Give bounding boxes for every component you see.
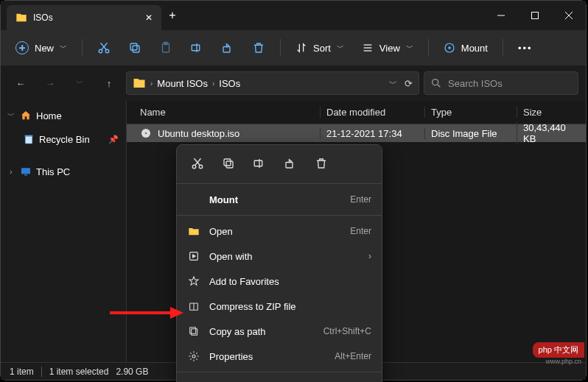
ctx-share-button[interactable]	[277, 152, 304, 174]
svg-rect-12	[192, 45, 200, 51]
sidebar-item-recycle[interactable]: Recycle Bin 📌	[1, 127, 126, 151]
folder-icon	[15, 12, 27, 24]
share-button[interactable]	[214, 35, 242, 60]
ctx-rename-button[interactable]	[246, 152, 273, 174]
watermark-text: php 中文网	[533, 342, 584, 358]
status-count: 1 item	[10, 367, 34, 377]
copy-path-icon	[187, 325, 200, 337]
chevron-down-icon[interactable]: ﹀	[389, 78, 397, 89]
breadcrumb-item[interactable]: Mount ISOs	[157, 78, 208, 89]
titlebar: ISOs ✕ +	[1, 1, 586, 30]
svg-line-31	[195, 158, 200, 165]
svg-rect-32	[226, 161, 233, 168]
chevron-down-icon[interactable]: ﹀	[7, 110, 15, 121]
forward-button[interactable]: →	[38, 71, 63, 96]
delete-button[interactable]	[245, 35, 273, 60]
plus-icon	[15, 41, 29, 54]
ctx-open[interactable]: Open Enter	[177, 219, 382, 244]
copy-button[interactable]	[121, 35, 149, 60]
svg-point-20	[433, 79, 438, 85]
ctx-mount[interactable]: Mount Enter	[177, 187, 382, 212]
search-icon	[430, 77, 442, 89]
mount-label: Mount	[461, 43, 488, 54]
file-row[interactable]: Ubuntu desktop.iso 21-12-2021 17:34 Disc…	[127, 124, 586, 142]
sidebar: ﹀ Home Recycle Bin 📌 › This PC	[1, 101, 126, 362]
window-controls	[484, 1, 586, 30]
svg-rect-24	[21, 168, 30, 174]
svg-point-29	[199, 165, 203, 169]
svg-rect-33	[224, 159, 231, 166]
minimize-button[interactable]	[484, 1, 518, 30]
svg-line-6	[102, 43, 108, 49]
close-window-button[interactable]	[552, 1, 586, 30]
sort-button[interactable]: Sort ﹀	[288, 35, 351, 60]
ctx-delete-button[interactable]	[308, 152, 335, 174]
folder-icon	[133, 77, 146, 90]
chevron-down-icon: ﹀	[60, 43, 67, 53]
view-button[interactable]: View ﹀	[354, 35, 421, 60]
address-bar[interactable]: › Mount ISOs › ISOs ﹀ ⟳	[126, 71, 419, 95]
ctx-compress-zip[interactable]: Compress to ZIP file	[177, 294, 382, 319]
up-button[interactable]: ↑	[97, 71, 122, 96]
paste-button[interactable]	[152, 35, 180, 60]
tab-title: ISOs	[33, 13, 139, 23]
svg-point-5	[105, 49, 109, 53]
column-date[interactable]: Date modified	[320, 107, 424, 118]
mount-icon	[444, 42, 455, 54]
chevron-right-icon: ›	[212, 79, 214, 88]
folder-open-icon	[187, 225, 200, 237]
svg-point-19	[448, 46, 450, 49]
svg-rect-23	[25, 135, 33, 137]
svg-rect-8	[133, 46, 139, 52]
ctx-copy-button[interactable]	[215, 152, 242, 174]
svg-point-28	[192, 165, 196, 169]
column-name[interactable]: Name	[134, 107, 320, 118]
ctx-show-more[interactable]: Show more options Shift+F10	[177, 375, 382, 382]
column-type[interactable]: Type	[424, 107, 517, 118]
tab-isos[interactable]: ISOs ✕	[7, 5, 161, 30]
chevron-right-icon: ›	[150, 79, 153, 88]
more-button[interactable]: •••	[511, 35, 540, 60]
sidebar-item-thispc[interactable]: › This PC	[1, 160, 126, 183]
recent-button[interactable]: ﹀	[67, 71, 92, 96]
svg-point-4	[99, 49, 102, 53]
pc-icon	[20, 166, 32, 177]
navigation-row: ← → ﹀ ↑ › Mount ISOs › ISOs ﹀ ⟳ Search I…	[1, 66, 586, 101]
star-icon	[187, 275, 200, 287]
watermark: php 中文网 www.php.cn	[533, 342, 584, 365]
pin-icon: 📌	[108, 135, 119, 144]
properties-icon	[187, 350, 200, 362]
status-size: 2.90 GB	[116, 367, 148, 377]
dots-icon: •••	[518, 43, 533, 54]
watermark-sub: www.php.cn	[533, 358, 584, 365]
ctx-add-to-favorites[interactable]: Add to Favorites	[177, 269, 382, 294]
sidebar-label: This PC	[36, 166, 70, 177]
ctx-copy-as-path[interactable]: Copy as path Ctrl+Shift+C	[177, 319, 382, 344]
new-tab-button[interactable]: +	[161, 9, 183, 22]
rename-button[interactable]	[183, 35, 211, 60]
status-selected: 1 item selected	[49, 367, 109, 377]
ctx-cut-button[interactable]	[184, 152, 211, 174]
svg-rect-1	[532, 13, 539, 19]
svg-point-27	[145, 132, 147, 135]
svg-line-30	[195, 158, 201, 165]
new-label: New	[35, 43, 54, 54]
ctx-properties[interactable]: Properties Alt+Enter	[177, 344, 382, 369]
close-tab-icon[interactable]: ✕	[145, 13, 153, 23]
svg-line-21	[438, 85, 440, 87]
refresh-button[interactable]: ⟳	[405, 78, 413, 89]
breadcrumb-item[interactable]: ISOs	[219, 78, 240, 89]
svg-rect-41	[190, 328, 196, 334]
chevron-right-icon[interactable]: ›	[7, 168, 15, 176]
cut-button[interactable]	[90, 35, 118, 60]
sidebar-item-home[interactable]: ﹀ Home	[1, 104, 126, 127]
chevron-down-icon: ﹀	[406, 43, 413, 53]
search-box[interactable]: Search ISOs	[424, 71, 578, 95]
ctx-open-with[interactable]: Open with ›	[177, 244, 382, 269]
mount-button[interactable]: Mount	[436, 35, 495, 60]
new-button[interactable]: New ﹀	[8, 35, 74, 60]
back-button[interactable]: ←	[8, 71, 33, 96]
maximize-button[interactable]	[518, 1, 552, 30]
column-size[interactable]: Size	[517, 107, 578, 118]
sort-label: Sort	[313, 43, 331, 54]
